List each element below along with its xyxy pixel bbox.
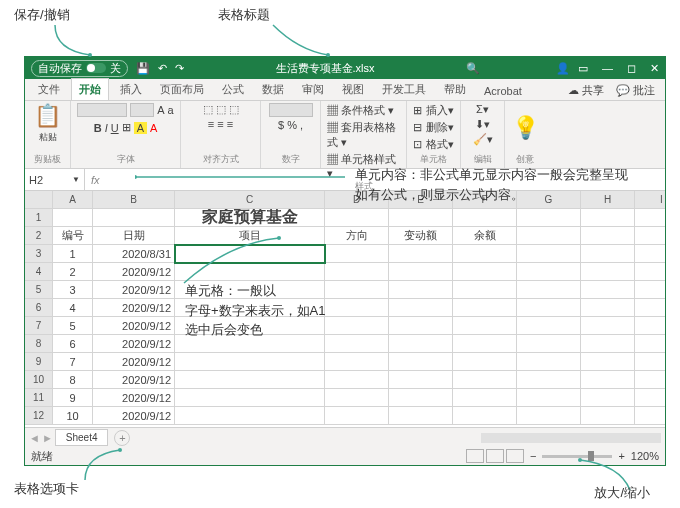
cell[interactable]: 变动额 bbox=[389, 227, 453, 245]
align-left-icon[interactable]: ≡ bbox=[208, 118, 214, 130]
cell[interactable]: 6 bbox=[25, 299, 53, 317]
sheet-nav-next-icon[interactable]: ► bbox=[42, 432, 53, 444]
zoom-out-icon[interactable]: − bbox=[530, 450, 536, 462]
cell[interactable] bbox=[389, 209, 453, 227]
cell[interactable] bbox=[325, 245, 389, 263]
cell[interactable]: 6 bbox=[53, 335, 93, 353]
fill-icon[interactable]: A bbox=[134, 122, 147, 134]
comma-icon[interactable]: , bbox=[300, 119, 303, 131]
sheet-tab[interactable]: Sheet4 bbox=[55, 429, 109, 446]
cell[interactable] bbox=[325, 281, 389, 299]
user-icon[interactable]: 👤 bbox=[556, 62, 570, 75]
delete-cell-button[interactable]: ⊟ 删除▾ bbox=[413, 120, 453, 135]
font-color-icon[interactable]: A bbox=[150, 122, 157, 134]
cell[interactable] bbox=[325, 353, 389, 371]
cell[interactable] bbox=[517, 281, 581, 299]
cell[interactable] bbox=[581, 299, 635, 317]
cell[interactable] bbox=[635, 281, 665, 299]
tab-view[interactable]: 视图 bbox=[335, 79, 371, 100]
cell[interactable] bbox=[453, 353, 517, 371]
redo-icon[interactable]: ↷ bbox=[175, 62, 184, 75]
cell[interactable]: 2 bbox=[53, 263, 93, 281]
cell[interactable]: 2 bbox=[25, 227, 53, 245]
cell[interactable] bbox=[517, 353, 581, 371]
cell[interactable] bbox=[581, 317, 635, 335]
cell[interactable] bbox=[635, 209, 665, 227]
cell[interactable]: 5 bbox=[25, 281, 53, 299]
align-top-icon[interactable]: ⬚ bbox=[203, 103, 213, 116]
autosave-toggle[interactable]: 自动保存 关 bbox=[31, 60, 128, 77]
share-button[interactable]: ☁ 共享 bbox=[564, 81, 608, 100]
cell[interactable] bbox=[635, 389, 665, 407]
cell[interactable] bbox=[517, 389, 581, 407]
cell[interactable] bbox=[389, 389, 453, 407]
cell[interactable]: 项目 bbox=[175, 227, 325, 245]
cell[interactable] bbox=[517, 407, 581, 425]
cell[interactable] bbox=[581, 263, 635, 281]
cell[interactable] bbox=[517, 245, 581, 263]
cell[interactable] bbox=[389, 407, 453, 425]
zoom-level[interactable]: 120% bbox=[631, 450, 659, 462]
tab-home[interactable]: 开始 bbox=[71, 78, 109, 100]
cell[interactable] bbox=[635, 299, 665, 317]
align-bot-icon[interactable]: ⬚ bbox=[229, 103, 239, 116]
cell[interactable]: 余额 bbox=[453, 227, 517, 245]
cell[interactable] bbox=[175, 353, 325, 371]
cell[interactable] bbox=[389, 299, 453, 317]
cell[interactable] bbox=[453, 299, 517, 317]
name-box[interactable]: H2▼ bbox=[25, 169, 85, 190]
cell[interactable]: A bbox=[53, 191, 93, 209]
cell[interactable] bbox=[389, 371, 453, 389]
cell[interactable]: 2020/9/12 bbox=[93, 353, 175, 371]
view-normal-icon[interactable] bbox=[466, 449, 484, 463]
fill-down-icon[interactable]: ⬇▾ bbox=[475, 118, 490, 131]
minimize-icon[interactable]: — bbox=[602, 62, 613, 75]
cell[interactable] bbox=[389, 263, 453, 281]
close-icon[interactable]: ✕ bbox=[650, 62, 659, 75]
comment-button[interactable]: 💬 批注 bbox=[612, 81, 659, 100]
ideas-icon[interactable]: 💡 bbox=[512, 115, 539, 141]
cell[interactable]: 3 bbox=[53, 281, 93, 299]
cell[interactable]: 2020/8/31 bbox=[93, 245, 175, 263]
cell[interactable] bbox=[389, 317, 453, 335]
cell[interactable] bbox=[635, 263, 665, 281]
tab-review[interactable]: 审阅 bbox=[295, 79, 331, 100]
currency-icon[interactable]: $ bbox=[278, 119, 284, 131]
align-right-icon[interactable]: ≡ bbox=[227, 118, 233, 130]
cell[interactable] bbox=[93, 209, 175, 227]
cell[interactable] bbox=[453, 209, 517, 227]
tab-formula[interactable]: 公式 bbox=[215, 79, 251, 100]
cell[interactable]: 2020/9/12 bbox=[93, 317, 175, 335]
cell[interactable] bbox=[517, 371, 581, 389]
cell[interactable]: 11 bbox=[25, 389, 53, 407]
underline-icon[interactable]: U bbox=[111, 122, 119, 134]
cell[interactable] bbox=[175, 263, 325, 281]
cell[interactable] bbox=[453, 371, 517, 389]
cell[interactable]: 2020/9/12 bbox=[93, 263, 175, 281]
save-icon[interactable]: 💾 bbox=[136, 62, 150, 75]
cell[interactable] bbox=[389, 353, 453, 371]
clear-icon[interactable]: 🧹▾ bbox=[473, 133, 493, 146]
insert-cell-button[interactable]: ⊞ 插入▾ bbox=[413, 103, 453, 118]
tab-acrobat[interactable]: Acrobat bbox=[477, 82, 529, 100]
cell[interactable]: 4 bbox=[25, 263, 53, 281]
tab-help[interactable]: 帮助 bbox=[437, 79, 473, 100]
cell[interactable]: 2020/9/12 bbox=[93, 299, 175, 317]
cell[interactable] bbox=[175, 245, 325, 263]
cell[interactable]: 8 bbox=[53, 371, 93, 389]
ribbon-options-icon[interactable]: ▭ bbox=[578, 62, 588, 75]
cell[interactable]: 2020/9/12 bbox=[93, 281, 175, 299]
paste-icon[interactable]: 📋 bbox=[34, 103, 61, 129]
number-format[interactable] bbox=[269, 103, 313, 117]
cell[interactable]: 10 bbox=[25, 371, 53, 389]
cell[interactable] bbox=[453, 245, 517, 263]
cell[interactable]: 3 bbox=[25, 245, 53, 263]
cell[interactable] bbox=[517, 335, 581, 353]
cell[interactable] bbox=[325, 407, 389, 425]
cell[interactable] bbox=[635, 245, 665, 263]
cell[interactable]: 1 bbox=[25, 209, 53, 227]
italic-icon[interactable]: I bbox=[105, 122, 108, 134]
grow-font-icon[interactable]: A bbox=[157, 104, 164, 116]
cell[interactable]: 10 bbox=[53, 407, 93, 425]
cell[interactable] bbox=[325, 389, 389, 407]
